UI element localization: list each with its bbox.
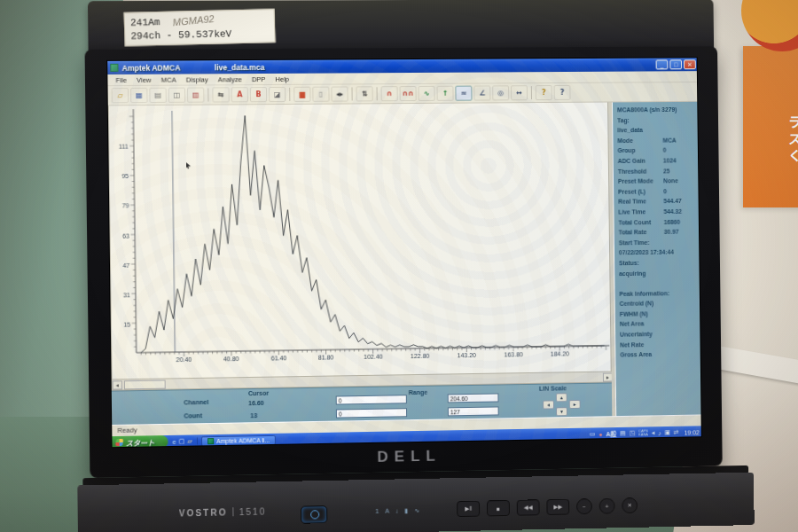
peak-mark-icon: ↑ — [442, 90, 449, 98]
show-desktop-icon[interactable]: ▢ — [179, 438, 185, 445]
minimize-button[interactable]: _ — [656, 59, 669, 69]
media-controls: ▶‖■◀◀▶▶−+✕ — [457, 497, 638, 517]
peak-mark-button[interactable]: ↑ — [436, 86, 453, 101]
export-report-icon: ▥ — [192, 91, 200, 99]
info-value: 0 — [663, 147, 667, 153]
resolution-button[interactable]: ↔ — [511, 85, 528, 100]
info-label: Live Time — [618, 208, 645, 215]
export-report-button[interactable]: ▥ — [187, 87, 204, 102]
info-label: Total Rate — [619, 229, 647, 235]
windows-flag-icon — [115, 439, 123, 446]
menu-view[interactable]: View — [132, 75, 156, 83]
info-row: live_data — [617, 127, 696, 137]
roi-double-button[interactable]: ∩∩ — [400, 86, 417, 101]
peak-search-button[interactable]: ∿ — [419, 86, 435, 101]
calibrate-line-button[interactable]: ∠ — [473, 85, 490, 100]
tray-hide-icon[interactable]: ◂ — [652, 429, 655, 436]
internet-explorer-icon[interactable]: e — [173, 438, 176, 444]
taskbar-app-button[interactable]: Amptek ADMCA li... — [201, 434, 276, 446]
close-button[interactable]: ✕ — [684, 59, 696, 69]
smooth-mode-icon: ≈ — [461, 90, 467, 98]
roi-red-button[interactable]: ∩ — [381, 86, 398, 101]
lin-scale-label: LIN Scale — [539, 385, 567, 391]
wall-poster: ラスく — [743, 46, 798, 207]
network-tray-icon[interactable]: ⇄ — [674, 429, 679, 436]
pen-tray-icon[interactable]: ◳ — [630, 430, 636, 437]
menu-file[interactable]: File — [111, 75, 131, 83]
erase-spectrum-button[interactable]: ◪ — [269, 87, 286, 102]
save-file-button[interactable]: ▦ — [130, 88, 148, 103]
info-label: 07/22/2023 17:34:44 — [619, 249, 674, 256]
info-row: Group0 — [617, 147, 696, 158]
context-help-button[interactable]: ? — [554, 85, 571, 100]
roi-red-icon: ∩ — [387, 90, 393, 98]
smooth-mode-button[interactable]: ≈ — [455, 86, 472, 101]
taskbar-app-label: Amptek ADMCA li... — [216, 436, 270, 443]
volume-down-button: − — [576, 498, 592, 514]
help-button[interactable]: ? — [536, 85, 552, 100]
info-label: Uncertainty — [620, 331, 653, 337]
num-lock-led: 1 — [375, 508, 379, 515]
menu-analyze[interactable]: Analyze — [214, 75, 246, 83]
poster-text: ラスく — [785, 115, 798, 166]
svg-text:63: 63 — [122, 232, 129, 239]
keyboard-tray-icon[interactable]: ▤ — [620, 430, 626, 437]
folder-icon[interactable]: ▱ — [187, 438, 192, 445]
scale-right-icon[interactable]: ▸ — [569, 400, 581, 409]
maximize-button[interactable]: □ — [669, 59, 682, 69]
scroll-left-icon[interactable]: ◂ — [113, 380, 122, 389]
cursor-input-1[interactable] — [336, 395, 407, 404]
info-label: ADC Gain — [618, 158, 645, 164]
mca-display-button[interactable]: ▆ — [293, 87, 310, 102]
menu-mca[interactable]: MCA — [157, 75, 181, 83]
svg-text:20.40: 20.40 — [176, 356, 192, 363]
pan-horizontal-button[interactable]: ◂▸ — [331, 86, 348, 101]
spectrum-plot-area[interactable]: 20.4040.8061.4081.80102.40122.80143.2016… — [108, 103, 612, 391]
toolbar-separator — [207, 88, 208, 101]
info-row: Live Time544.32 — [618, 208, 697, 219]
display-tray-icon[interactable]: ▣ — [664, 429, 670, 436]
previous-track-button: ◀◀ — [517, 499, 540, 515]
status-leds: 1A↓▮∿ — [375, 507, 419, 515]
scale-down-icon[interactable]: ▾ — [556, 407, 567, 416]
menu-help[interactable]: Help — [270, 74, 293, 82]
info-value: MCA — [663, 137, 677, 143]
scale-left-icon[interactable]: ◂ — [543, 400, 554, 409]
start-button[interactable]: スタート — [112, 435, 168, 448]
calibrate-line-icon: ∠ — [479, 89, 485, 97]
zoom-button[interactable]: ◎ — [492, 85, 509, 100]
system-tray: ▭●A般▤◳ CAPSKANA ◂ ♪▣⇄ 19:02 — [590, 427, 702, 438]
acquire-a-button[interactable]: A — [231, 87, 248, 102]
ime-caps-kana: CAPSKANA — [638, 429, 648, 437]
acquire-b-button[interactable]: B — [250, 87, 267, 102]
taskbar-clock[interactable]: 19:02 — [683, 429, 700, 435]
laptop: 241AmMGMA92 294ch - 59.537keV Amptek ADM… — [72, 0, 755, 532]
help-icon: ? — [542, 89, 546, 97]
slice-view-button[interactable]: ▯ — [312, 87, 329, 102]
menu-display[interactable]: Display — [182, 75, 213, 83]
open-file-icon: ▱ — [117, 91, 122, 99]
scale-up-down-button[interactable]: ⇅ — [356, 86, 372, 101]
info-row: Preset (L)0 — [618, 188, 697, 199]
delete-data-button[interactable]: ⇆ — [212, 87, 229, 102]
quick-launch: e▢▱ — [168, 437, 197, 445]
info-label: Net Area — [620, 321, 644, 327]
info-value: None — [663, 177, 678, 184]
print-button[interactable]: ▤ — [149, 88, 167, 103]
scrollbar-thumb[interactable] — [124, 380, 166, 390]
info-label: Group — [617, 147, 635, 153]
range-input[interactable] — [448, 393, 499, 403]
menu-dpp[interactable]: DPP — [247, 74, 270, 82]
antivirus-tray-icon[interactable]: ● — [598, 431, 602, 437]
volume-tray-icon[interactable]: ♪ — [658, 430, 661, 436]
copy-button[interactable]: ◫ — [168, 88, 185, 103]
info-row: MCA8000A (s/n 3279) — [617, 106, 696, 117]
scale-up-icon[interactable]: ▴ — [556, 393, 567, 402]
info-label: Gross Area — [620, 351, 652, 357]
device-tray-icon[interactable]: ▭ — [590, 430, 596, 437]
cursor-input-2[interactable] — [336, 408, 407, 418]
fullscale-input[interactable] — [448, 406, 499, 416]
open-file-button[interactable]: ▱ — [112, 88, 129, 103]
ime-language-icon[interactable]: A般 — [606, 429, 616, 438]
pan-horizontal-icon: ◂▸ — [336, 90, 343, 98]
